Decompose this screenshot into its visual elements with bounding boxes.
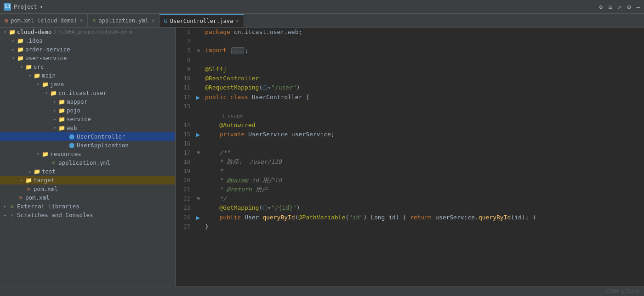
run-icon-24[interactable]: ▶	[196, 213, 200, 222]
label-idea: .idea	[25, 37, 43, 44]
folder-icon-resources: 📁	[41, 151, 49, 157]
fold-icon-22[interactable]: ⊟	[197, 194, 200, 203]
code-line-27: 27 }	[176, 222, 644, 231]
code-line-9: 9 @Slf4j	[176, 65, 644, 74]
tab-application-yml[interactable]: ≋ application.yml ✕	[88, 14, 159, 27]
libs-icon: ≡	[8, 203, 16, 209]
title-bar-left: IJ Project ▾	[4, 3, 43, 11]
sidebar-item-web[interactable]: ▾ 📁 web	[0, 123, 175, 132]
minimize-icon[interactable]: —	[637, 3, 640, 11]
arrow-main: ▾	[27, 73, 33, 78]
run-icon-12[interactable]: ▶	[196, 93, 200, 102]
fold-icon-17[interactable]: ⊞	[197, 148, 200, 157]
arrow-ext-libs: ▸	[2, 204, 8, 209]
label-src: src	[34, 63, 44, 70]
tab-close-pom[interactable]: ✕	[80, 17, 83, 23]
sidebar: ▾ 📁 cloud-demo D:\IDEA_project\cloud-dem…	[0, 28, 176, 286]
code-line-18: 18 * 路径: /user/110	[176, 157, 644, 167]
tab-icon-yml: ≋	[92, 17, 96, 24]
sidebar-item-idea[interactable]: ▸ 📁 .idea	[0, 36, 175, 45]
project-label: Project	[14, 4, 37, 10]
m-icon-pom-cloud: m	[17, 195, 24, 201]
tab-icon-java: G	[164, 18, 167, 24]
sidebar-item-pom-cloud[interactable]: m pom.xml	[0, 193, 175, 202]
status-bar: CSDN @?Suki	[0, 286, 644, 296]
sidebar-item-service[interactable]: ▸ 📁 service	[0, 115, 175, 123]
label-pojo: pojo	[67, 107, 80, 114]
folder-icon-test: 📁	[33, 168, 40, 174]
fold-icon-3[interactable]: ⊞	[197, 46, 200, 56]
code-line-12: 12 ▶ public class UserController {	[176, 93, 644, 102]
arrow-web: ▾	[51, 125, 58, 130]
folder-icon-service: 📁	[58, 116, 65, 122]
code-line-8: 8	[176, 56, 644, 65]
title-bar-tools: ⊕ ≡ ⇌ ⚙ —	[599, 3, 640, 11]
dropdown-arrow[interactable]: ▾	[40, 4, 43, 10]
structure-icon[interactable]: ≡	[608, 3, 612, 11]
code-line-10: 10 @RestController	[176, 74, 644, 83]
sidebar-item-user-service[interactable]: ▾ 📁 user-service	[0, 54, 175, 62]
sidebar-item-order-service[interactable]: ▸ 📁 order-service	[0, 45, 175, 54]
sidebar-item-mapper[interactable]: ▸ 📁 mapper	[0, 97, 175, 106]
m-icon-pom-user: m	[25, 186, 32, 192]
code-line-2: 2	[176, 37, 644, 46]
code-line-19: 19 *	[176, 167, 644, 176]
label-main: main	[42, 72, 56, 79]
sidebar-item-package[interactable]: ▾ 📁 cn.itcast.user	[0, 89, 175, 97]
sidebar-item-pom-user[interactable]: m pom.xml	[0, 184, 175, 193]
run-icon-15[interactable]: ▶	[196, 130, 200, 139]
label-order-service: order-service	[25, 46, 70, 53]
path-cloud-demo: D:\IDEA_project\cloud-demo	[53, 29, 132, 35]
new-window-icon[interactable]: ⊕	[599, 3, 603, 11]
usage-hint: 1 usage	[205, 113, 243, 119]
sidebar-item-resources[interactable]: ▾ 📁 resources	[0, 150, 175, 158]
sidebar-item-cloud-demo[interactable]: ▾ 📁 cloud-demo D:\IDEA_project\cloud-dem…	[0, 28, 175, 36]
code-line-22: 22 ⊟ */	[176, 194, 644, 203]
tab-pom-cloud[interactable]: m pom.xml (cloud-demo) ✕	[0, 14, 88, 27]
java-icon-uc: ⬤	[68, 134, 75, 140]
label-user-service: user-service	[25, 55, 67, 61]
compare-icon[interactable]: ⇌	[618, 3, 621, 11]
expand-import[interactable]: ...	[231, 47, 244, 54]
sidebar-item-app-yml[interactable]: ≋ application.yml	[0, 158, 175, 167]
editor: 1 package cn.itcast.user.web; 2 3 ⊞ impo…	[176, 28, 644, 286]
sidebar-item-test[interactable]: ▸ 📁 test	[0, 167, 175, 176]
label-pom-cloud: pom.xml	[25, 194, 50, 201]
sidebar-item-target[interactable]: ▸ 📁 target	[0, 176, 175, 184]
sidebar-item-external-libs[interactable]: ▸ ≡ External Libraries	[0, 202, 175, 211]
tab-label-pom: pom.xml (cloud-demo)	[11, 17, 77, 24]
arrow-package: ▾	[43, 90, 50, 95]
watermark: CSDN @?Suki	[606, 288, 639, 294]
arrow-service: ▸	[51, 117, 58, 122]
arrow-cloud-demo: ▾	[2, 29, 8, 34]
tab-user-controller[interactable]: G UserController.java ✕	[160, 14, 244, 27]
folder-icon-target: 📁	[25, 177, 32, 183]
settings-icon[interactable]: ⚙	[627, 3, 631, 11]
sidebar-item-user-controller[interactable]: ⬤ UserController	[0, 132, 175, 141]
label-resources: resources	[50, 151, 81, 157]
sidebar-item-src[interactable]: ▾ 📁 src	[0, 62, 175, 71]
sidebar-item-user-application[interactable]: ⬤ UserApplication	[0, 141, 175, 150]
folder-icon-cloud-demo: 📁	[8, 29, 16, 35]
tab-close-controller[interactable]: ✕	[236, 18, 239, 24]
sidebar-item-pojo[interactable]: ▸ 📁 pojo	[0, 106, 175, 115]
arrow-src: ▾	[18, 64, 25, 69]
label-mapper: mapper	[67, 98, 87, 105]
label-app-yml: application.yml	[58, 159, 110, 166]
folder-icon-user-service: 📁	[17, 55, 24, 61]
sidebar-item-main[interactable]: ▾ 📁 main	[0, 71, 175, 80]
label-test: test	[42, 168, 56, 175]
tab-label-yml: application.yml	[99, 17, 148, 24]
tab-bar: m pom.xml (cloud-demo) ✕ ≋ application.y…	[0, 14, 644, 28]
yml-icon: ≋	[50, 160, 57, 166]
code-line-20: 20 * @param id 用户id	[176, 176, 644, 185]
arrow-pojo: ▸	[51, 108, 58, 113]
folder-icon-web: 📁	[58, 125, 65, 131]
tab-close-yml[interactable]: ✕	[151, 17, 154, 23]
sidebar-item-scratches[interactable]: ▸ ✎ Scratches and Consoles	[0, 211, 175, 219]
folder-icon-src: 📁	[25, 64, 32, 70]
folder-icon-order: 📁	[17, 46, 24, 52]
arrow-resources: ▾	[35, 151, 41, 156]
code-line-23: 23 @GetMapping(ⓘ▾"/{id}")	[176, 203, 644, 213]
sidebar-item-java[interactable]: ▾ 📁 java	[0, 80, 175, 89]
